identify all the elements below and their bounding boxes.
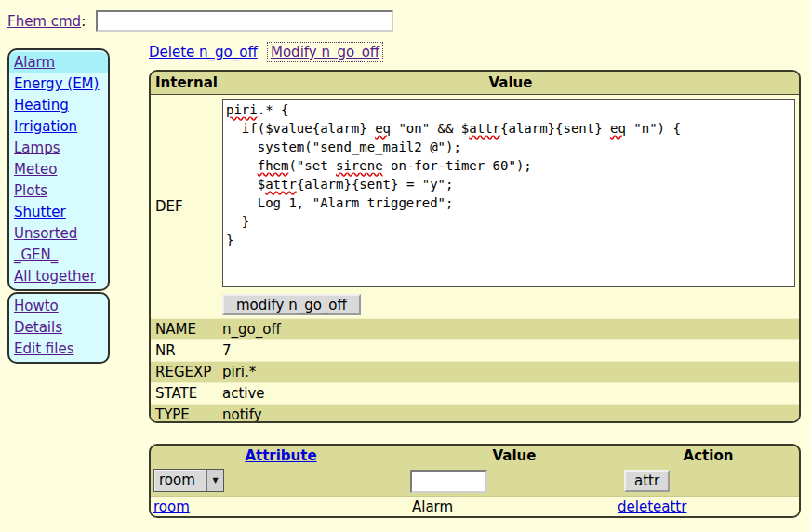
delete-device-link[interactable]: Delete n_go_off bbox=[149, 44, 258, 60]
internals-rows: NAMEn_go_offNR7REGEXPpiri.*STATEactiveTY… bbox=[151, 318, 799, 423]
attribute-header-link[interactable]: Attribute bbox=[245, 447, 316, 464]
internal-name: NAME bbox=[151, 319, 222, 339]
code-line: $attr{alarm}{sent} = "y"; bbox=[226, 175, 791, 193]
code-line: Log 1, "Alarm triggered"; bbox=[226, 193, 791, 212]
code-line: if($value{alarm} eq "on" && $attr{alarm}… bbox=[226, 119, 791, 138]
action-column-header: Action bbox=[618, 446, 799, 467]
attribute-select-value: room bbox=[154, 470, 206, 491]
code-line: fhem("set sirene on-for-timer 60"); bbox=[226, 156, 791, 175]
internal-name: TYPE bbox=[151, 405, 222, 423]
attr-button[interactable]: attr bbox=[624, 470, 670, 492]
sidebar-item-heating[interactable]: Heating bbox=[9, 95, 108, 116]
attribute-widgets-row: room ▼ attr bbox=[151, 467, 799, 496]
internals-table-header: Internal Value bbox=[151, 72, 799, 95]
attribute-name-cell: room bbox=[151, 497, 411, 518]
attribute-column-header: Attribute bbox=[151, 446, 411, 467]
internal-value: active bbox=[222, 383, 799, 404]
sidebar-item-all-together[interactable]: All together bbox=[9, 266, 108, 287]
internal-row-state: STATEactive bbox=[151, 382, 799, 404]
value-column-header: Value bbox=[222, 72, 799, 94]
internal-value: n_go_off bbox=[222, 319, 799, 339]
modify-button[interactable]: modify n_go_off bbox=[222, 294, 361, 315]
attr-value-column-header: Value bbox=[411, 446, 618, 467]
internal-name: NR bbox=[151, 340, 222, 361]
extra-menu: HowtoDetailsEdit files bbox=[7, 292, 110, 364]
internal-name: STATE bbox=[151, 383, 222, 404]
fhem-cmd-label: Fhem cmd: bbox=[7, 13, 86, 30]
def-editor-textarea[interactable]: piri.* { if($value{alarm} eq "on" && $at… bbox=[222, 99, 795, 287]
attributes-table-header: Attribute Value Action bbox=[151, 446, 799, 467]
code-line: } bbox=[226, 212, 791, 231]
fhem-cmd-input[interactable] bbox=[96, 10, 393, 32]
internal-row-type: TYPEnotify bbox=[151, 404, 799, 423]
internal-value: notify bbox=[222, 405, 799, 423]
internal-name: REGEXP bbox=[151, 362, 222, 382]
fhem-page: Fhem cmd: AlarmEnergy (EM)HeatingIrrigat… bbox=[0, 0, 811, 532]
attribute-rows: roomAlarmdeleteattr bbox=[151, 496, 799, 518]
internals-table: Internal Value DEF piri.* { if($value{al… bbox=[149, 70, 801, 423]
sidebar-item-edit-files[interactable]: Edit files bbox=[9, 339, 108, 360]
sidebar-item-gen[interactable]: _GEN_ bbox=[9, 245, 108, 266]
attribute-value-cell: Alarm bbox=[411, 497, 618, 518]
internal-row-nr: NR7 bbox=[151, 339, 799, 361]
sidebar-item-shutter[interactable]: Shutter bbox=[9, 202, 108, 223]
sidebar-item-lamps[interactable]: Lamps bbox=[9, 138, 108, 159]
internal-value: piri.* bbox=[222, 362, 799, 382]
chevron-down-icon[interactable]: ▼ bbox=[206, 470, 223, 491]
code-line: piri.* { bbox=[226, 100, 791, 119]
attributes-table: Attribute Value Action room ▼ attr roomA… bbox=[149, 444, 801, 518]
attribute-row-room: roomAlarmdeleteattr bbox=[151, 496, 799, 518]
fhem-cmd-link[interactable]: Fhem cmd bbox=[7, 13, 81, 30]
internal-row-name: NAMEn_go_off bbox=[151, 318, 799, 339]
internal-row-regexp: REGEXPpiri.* bbox=[151, 361, 799, 382]
code-line: } bbox=[226, 231, 791, 249]
attribute-select[interactable]: room ▼ bbox=[153, 469, 224, 492]
internal-value: 7 bbox=[222, 340, 799, 361]
fhem-cmd-colon: : bbox=[81, 13, 86, 30]
sidebar-item-meteo[interactable]: Meteo bbox=[9, 159, 108, 180]
sidebar-item-irrigation[interactable]: Irrigation bbox=[9, 116, 108, 138]
sidebar-item-energy-em[interactable]: Energy (EM) bbox=[9, 73, 108, 95]
def-row: DEF piri.* { if($value{alarm} eq "on" &&… bbox=[151, 95, 799, 318]
sidebar-item-howto[interactable]: Howto bbox=[9, 296, 108, 317]
deleteattr-link[interactable]: deleteattr bbox=[618, 499, 686, 515]
sidebar-item-plots[interactable]: Plots bbox=[9, 180, 108, 202]
sidebar-item-alarm[interactable]: Alarm bbox=[9, 52, 108, 73]
sidebar-item-unsorted[interactable]: Unsorted bbox=[9, 223, 108, 245]
room-menu: AlarmEnergy (EM)HeatingIrrigationLampsMe… bbox=[7, 48, 110, 291]
sidebar-item-details[interactable]: Details bbox=[9, 317, 108, 339]
attribute-name-link[interactable]: room bbox=[153, 499, 190, 515]
code-line: system("send_me_mail2 @"); bbox=[226, 138, 791, 156]
attribute-value-input[interactable] bbox=[410, 470, 487, 493]
modify-device-link[interactable]: Modify n_go_off bbox=[267, 42, 383, 62]
attribute-action-cell: deleteattr bbox=[618, 497, 799, 518]
def-label: DEF bbox=[155, 95, 183, 318]
internal-column-header: Internal bbox=[151, 72, 222, 94]
